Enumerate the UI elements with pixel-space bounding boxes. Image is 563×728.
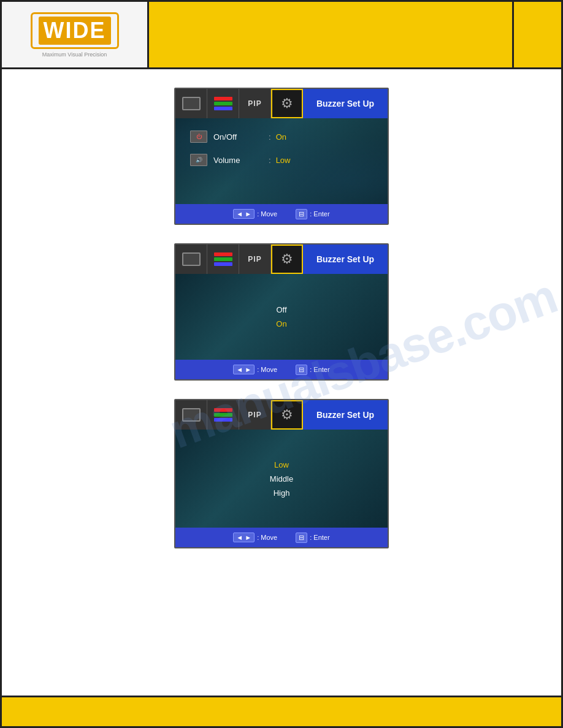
header: WIDE Maximum Visual Precision [2, 2, 561, 69]
gear-icon-3: ⚙ [281, 407, 293, 423]
enter-key-2: ⊟ [296, 365, 307, 375]
bars-icon-1 [214, 97, 232, 110]
logo-wide-text: WIDE [39, 17, 111, 45]
move-label-1: : Move [257, 210, 277, 218]
nav-item-bars-3[interactable] [207, 400, 239, 430]
monitor-icon-1 [182, 97, 201, 110]
volume-value: Low [276, 156, 291, 165]
osd-footer-1: ◄ ► : Move ⊟ : Enter [175, 204, 388, 224]
move-label-3: : Move [257, 534, 277, 541]
nav-item-monitor-1[interactable] [175, 89, 207, 118]
enter-label-2: : Enter [310, 366, 329, 373]
osd-list-2: Off On [175, 274, 388, 360]
osd-body-1: ⏻ On/Off : On 🔊 Volume : Low [175, 118, 388, 204]
header-center [149, 2, 512, 67]
nav-item-pip-3[interactable]: PIP [239, 400, 271, 430]
gear-icon-2: ⚙ [281, 251, 293, 267]
osd-footer-3: ◄ ► : Move ⊟ : Enter [175, 528, 388, 547]
osd-list-3: Low Middle High [175, 430, 388, 528]
osd-nav-3: PIP ⚙ Buzzer Set Up [175, 400, 388, 430]
monitor-icon-3 [182, 408, 201, 422]
nav-item-gear-2[interactable]: ⚙ [271, 245, 303, 274]
volume-label: Volume [213, 156, 269, 165]
nav-item-monitor-3[interactable] [175, 400, 207, 430]
osd-row-onoff: ⏻ On/Off : On [190, 131, 373, 143]
onoff-icon: ⏻ [190, 131, 207, 143]
osd-title-1: Buzzer Set Up [303, 89, 388, 118]
footer-move-3: ◄ ► : Move [233, 533, 277, 542]
nav-item-gear-3[interactable]: ⚙ [271, 400, 303, 430]
pip-label-2: PIP [248, 255, 261, 264]
pip-label-1: PIP [248, 99, 261, 108]
osd-panel-2: PIP ⚙ Buzzer Set Up Off On ◄ ► : Move ⊟ … [174, 243, 389, 381]
onoff-colon: : [269, 132, 271, 142]
page-border: WIDE Maximum Visual Precision [0, 0, 563, 728]
footer-enter-1: ⊟ : Enter [296, 209, 329, 219]
list-item-high[interactable]: High [274, 488, 290, 498]
enter-label-1: : Enter [310, 210, 329, 218]
move-key-3: ◄ ► [233, 533, 255, 542]
bars-icon-3 [214, 408, 232, 422]
nav-item-pip-1[interactable]: PIP [239, 89, 271, 118]
onoff-value: On [276, 132, 286, 142]
osd-title-2: Buzzer Set Up [303, 245, 388, 274]
volume-icon: 🔊 [190, 154, 207, 166]
nav-item-bars-2[interactable] [207, 245, 239, 274]
osd-panel-1: PIP ⚙ Buzzer Set Up ⏻ On/Off : On [174, 88, 389, 225]
footer-enter-2: ⊟ : Enter [296, 365, 329, 375]
main-content: PIP ⚙ Buzzer Set Up ⏻ On/Off : On [2, 69, 561, 567]
move-label-2: : Move [257, 366, 277, 373]
nav-item-gear-1[interactable]: ⚙ [271, 89, 303, 118]
monitor-icon-2 [182, 252, 201, 266]
pip-label-3: PIP [248, 411, 261, 419]
logo-box: WIDE [31, 12, 119, 49]
footer-move-2: ◄ ► : Move [233, 365, 277, 374]
gear-icon-1: ⚙ [281, 96, 293, 112]
nav-item-bars-1[interactable] [207, 89, 239, 118]
osd-nav-1: PIP ⚙ Buzzer Set Up [175, 89, 388, 118]
logo-subtitle: Maximum Visual Precision [42, 51, 107, 58]
list-item-on[interactable]: On [276, 319, 286, 328]
move-key-1: ◄ ► [233, 209, 255, 219]
footer-enter-3: ⊟ : Enter [296, 533, 329, 543]
osd-footer-2: ◄ ► : Move ⊟ : Enter [175, 360, 388, 379]
enter-label-3: : Enter [310, 534, 329, 541]
list-item-off[interactable]: Off [276, 305, 286, 314]
enter-key-3: ⊟ [296, 533, 307, 543]
osd-title-3: Buzzer Set Up [303, 400, 388, 430]
enter-key-1: ⊟ [296, 209, 307, 219]
osd-panel-3: PIP ⚙ Buzzer Set Up Low Middle High ◄ ► … [174, 399, 389, 548]
footer-move-1: ◄ ► : Move [233, 209, 277, 219]
nav-item-monitor-2[interactable] [175, 245, 207, 274]
volume-colon: : [269, 156, 271, 165]
bars-icon-2 [214, 252, 232, 266]
move-key-2: ◄ ► [233, 365, 255, 374]
onoff-label: On/Off [213, 132, 269, 142]
osd-nav-2: PIP ⚙ Buzzer Set Up [175, 245, 388, 274]
osd-row-volume: 🔊 Volume : Low [190, 154, 373, 166]
list-item-middle[interactable]: Middle [270, 474, 293, 483]
header-logo: WIDE Maximum Visual Precision [2, 2, 149, 67]
list-item-low[interactable]: Low [274, 460, 289, 469]
header-right [512, 2, 561, 67]
nav-item-pip-2[interactable]: PIP [239, 245, 271, 274]
page-footer [2, 696, 561, 726]
